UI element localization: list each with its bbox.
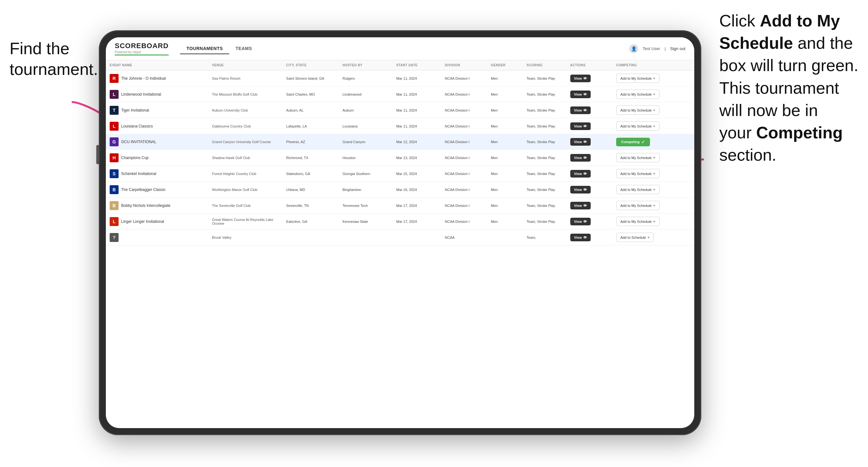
city-cell: Statesboro, GA	[282, 166, 339, 182]
add-to-schedule-button[interactable]: Add to Schedule +	[616, 233, 654, 242]
col-header-competing: COMPETING	[612, 60, 694, 70]
view-button[interactable]: View 👁	[570, 74, 591, 82]
view-button[interactable]: View 👁	[570, 234, 591, 241]
view-button[interactable]: View 👁	[570, 122, 591, 130]
event-name: Louisiana Classics	[121, 124, 153, 128]
event-name-cell: L Linger Longer Invitational	[106, 214, 208, 229]
plus-icon: +	[653, 92, 655, 97]
actions-cell: View 👁	[566, 70, 612, 86]
team-logo: R	[110, 74, 119, 83]
actions-cell: View 👁	[566, 166, 612, 182]
tab-teams[interactable]: TEAMS	[229, 43, 258, 54]
venue-cell: Worthington Manor Golf Club	[208, 182, 282, 198]
view-button[interactable]: View 👁	[570, 170, 591, 178]
view-button[interactable]: View 👁	[570, 91, 591, 98]
division-cell: NCAA Division I	[441, 150, 487, 166]
app-container: SCOREBOARD Powered by clippd TOURNAMENTS…	[106, 37, 694, 428]
date-cell	[393, 229, 441, 245]
table-row: L Linger Longer Invitational Great Water…	[106, 214, 694, 229]
scoring-cell: Team, Stroke Play	[523, 182, 566, 198]
col-header-actions: ACTIONS	[566, 60, 612, 70]
add-to-schedule-button[interactable]: Add to My Schedule +	[616, 185, 659, 194]
add-to-schedule-button[interactable]: Add to My Schedule +	[616, 105, 659, 115]
add-to-schedule-button[interactable]: Add to My Schedule +	[616, 90, 659, 99]
plus-icon: +	[653, 124, 655, 128]
hosted-cell: Binghamton	[339, 182, 393, 198]
venue-cell: Forest Heights Country Club	[208, 166, 282, 182]
table-row: L Lindenwood Invitational The Missouri B…	[106, 86, 694, 102]
hosted-cell: Kennesaw State	[339, 214, 393, 229]
event-name-cell: ?	[106, 229, 208, 245]
col-header-city: CITY, STATE	[282, 60, 339, 70]
eye-icon: 👁	[583, 92, 587, 96]
hosted-cell: Lindenwood	[339, 86, 393, 102]
plus-icon: +	[653, 203, 655, 208]
eye-icon: 👁	[583, 76, 587, 80]
venue-cell: Auburn University Club	[208, 102, 282, 118]
view-button[interactable]: View 👁	[570, 202, 591, 210]
city-cell: Eatonton, GA	[282, 214, 339, 229]
event-name-cell: L Lindenwood Invitational	[106, 86, 208, 102]
city-cell: Sevierville, TN	[282, 198, 339, 214]
team-logo: L	[110, 122, 119, 131]
view-button[interactable]: View 👁	[570, 154, 591, 162]
gender-cell: Men	[487, 198, 523, 214]
add-to-schedule-button[interactable]: Add to My Schedule +	[616, 153, 659, 162]
event-name: Linger Longer Invitational	[121, 219, 164, 224]
add-to-schedule-button[interactable]: Add to My Schedule +	[616, 121, 659, 131]
event-name-cell: B Bobby Nichols Intercollegiate	[106, 198, 208, 214]
eye-icon: 👁	[583, 220, 587, 223]
tab-tournaments[interactable]: TOURNAMENTS	[180, 43, 229, 54]
event-name: Champions Cup	[121, 156, 149, 160]
signout-link[interactable]: Sign out	[670, 46, 685, 51]
add-to-schedule-button[interactable]: Add to My Schedule +	[616, 201, 659, 210]
competing-cell: Add to My Schedule +	[612, 70, 694, 86]
table-row: S Schenkel Invitational Forest Heights C…	[106, 166, 694, 182]
view-button[interactable]: View 👁	[570, 106, 591, 114]
scoring-cell: Team, Stroke Play	[523, 166, 566, 182]
competing-cell: Competing ✓	[612, 134, 694, 150]
competing-cell: Add to My Schedule +	[612, 198, 694, 214]
plus-icon: +	[653, 171, 655, 176]
city-cell: Urbana, MD	[282, 182, 339, 198]
scoring-cell: Team, Stroke Play	[523, 102, 566, 118]
view-button[interactable]: View 👁	[570, 138, 591, 146]
gender-cell	[487, 229, 523, 245]
date-cell: Mar 12, 2024	[393, 134, 441, 150]
add-to-schedule-button[interactable]: Add to My Schedule +	[616, 169, 659, 178]
view-button[interactable]: View 👁	[570, 218, 591, 225]
table-row: G GCU INVITATIONAL Grand Canyon Universi…	[106, 134, 694, 150]
division-cell: NCAA Division I	[441, 134, 487, 150]
event-name-cell: L Louisiana Classics	[106, 118, 208, 134]
team-logo: H	[110, 153, 119, 162]
event-name: GCU INVITATIONAL	[121, 139, 156, 144]
division-cell: NCAA Division I	[441, 118, 487, 134]
col-header-scoring: SCORING	[523, 60, 566, 70]
date-cell: Mar 17, 2024	[393, 214, 441, 229]
venue-cell: Shadow Hawk Golf Club	[208, 150, 282, 166]
hosted-cell: Grand Canyon	[339, 134, 393, 150]
date-cell: Mar 11, 2024	[393, 118, 441, 134]
table-row: R The Johnnie - O Individual Sea Palms R…	[106, 70, 694, 86]
separator: |	[664, 46, 665, 51]
table-container[interactable]: EVENT NAME VENUE CITY, STATE HOSTED BY S…	[106, 60, 694, 428]
team-logo: B	[110, 201, 119, 210]
division-cell: NCAA Division I	[441, 70, 487, 86]
date-cell: Mar 13, 2024	[393, 150, 441, 166]
venue-cell: Brook Valley	[208, 229, 282, 245]
competing-button[interactable]: Competing ✓	[616, 138, 650, 146]
event-name: Lindenwood Invitational	[121, 92, 161, 97]
view-button[interactable]: View 👁	[570, 186, 591, 193]
annotation-left: Find thetournament.	[9, 38, 98, 80]
hosted-cell: Rutgers	[339, 70, 393, 86]
team-logo: L	[110, 217, 119, 226]
event-name-cell: R The Johnnie - O Individual	[106, 70, 208, 86]
team-logo: S	[110, 169, 119, 178]
add-to-schedule-button[interactable]: Add to My Schedule +	[616, 217, 659, 226]
gender-cell: Men	[487, 102, 523, 118]
scoring-cell: Team, Stroke Play	[523, 86, 566, 102]
city-cell: Saint Simons Island, GA	[282, 70, 339, 86]
add-to-schedule-button[interactable]: Add to My Schedule +	[616, 74, 659, 83]
table-row: B Bobby Nichols Intercollegiate The Sevi…	[106, 198, 694, 214]
col-header-date: START DATE	[393, 60, 441, 70]
